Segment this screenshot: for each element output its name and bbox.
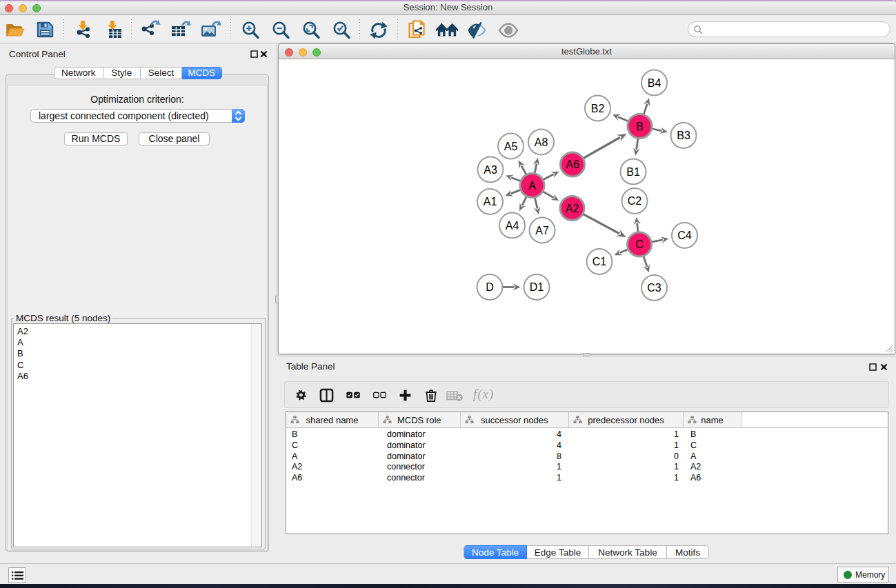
svg-text:C4: C4 [677, 230, 692, 241]
svg-text:A3: A3 [484, 164, 497, 176]
svg-text:B2: B2 [591, 103, 605, 114]
svg-text:A6: A6 [566, 159, 579, 170]
svg-text:A1: A1 [484, 196, 497, 207]
svg-text:A: A [528, 180, 536, 192]
svg-text:C1: C1 [593, 256, 607, 267]
svg-text:A7: A7 [535, 225, 549, 236]
svg-text:C: C [635, 239, 644, 250]
svg-text:A8: A8 [535, 136, 548, 148]
svg-text:A2: A2 [566, 203, 579, 214]
svg-text:B1: B1 [626, 166, 640, 178]
svg-text:D: D [486, 281, 494, 293]
svg-text:A5: A5 [504, 141, 518, 152]
svg-text:C3: C3 [647, 282, 661, 294]
svg-text:A4: A4 [506, 220, 519, 232]
svg-text:C2: C2 [628, 195, 642, 207]
svg-text:B4: B4 [648, 77, 661, 89]
svg-text:D1: D1 [530, 281, 544, 293]
svg-text:B3: B3 [677, 130, 690, 141]
svg-text:B: B [636, 121, 644, 132]
